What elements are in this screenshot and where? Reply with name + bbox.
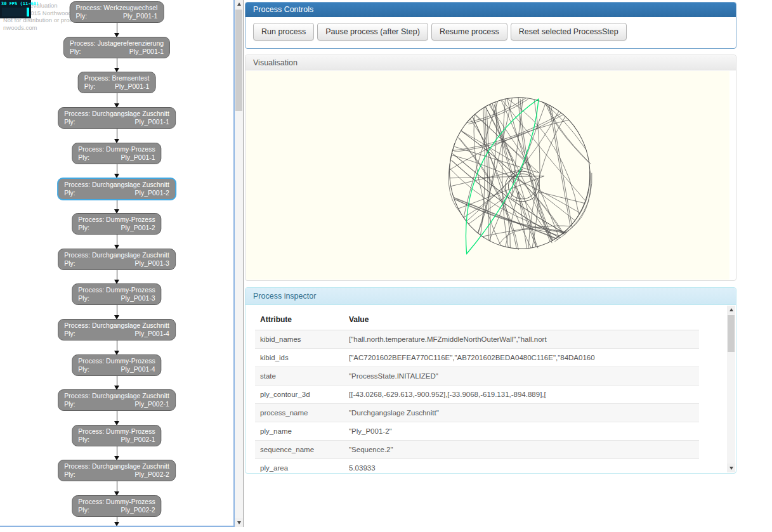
flow-node[interactable]: Process: Durchgangslage ZuschnittPly:Ply… [58, 107, 176, 129]
attribute-cell: ply_name [255, 422, 344, 441]
ply-value: Ply_P001-2 [135, 189, 169, 197]
flow-connector [117, 339, 117, 354]
ply-key: Ply: [70, 48, 81, 56]
fps-meter: 30 FPS (11-60) [0, 0, 31, 18]
wireframe-line [473, 117, 511, 248]
flow-connector [117, 127, 117, 143]
flow-node[interactable]: Process: Durchgangslage ZuschnittPly:Ply… [58, 249, 176, 270]
ply-key: Ply: [64, 400, 75, 408]
attribute-cell: state [255, 367, 344, 386]
reset-processstep-button[interactable]: Reset selected ProcessStep [511, 23, 627, 41]
flow-node-selected[interactable]: Process: Durchgangslage ZuschnittPly:Ply… [57, 178, 176, 200]
ply-key: Ply: [78, 436, 89, 444]
attribute-cell: kibid_ids [255, 349, 344, 367]
scrollbar-thumb[interactable] [235, 10, 242, 111]
resume-process-button[interactable]: Resume process [431, 23, 507, 41]
ply-value: Ply_P002-2 [121, 506, 155, 514]
flow-connector [117, 516, 117, 526]
attribute-cell: ply_contour_3d [255, 386, 344, 404]
value-cell: "ProcessState.INITALIZED" [344, 367, 699, 386]
node-process-label: Process: Bremsentest [84, 74, 150, 82]
attribute-cell: sequence_name [255, 441, 344, 459]
flow-connector [117, 163, 117, 178]
fps-label: 30 FPS (11-60) [0, 0, 31, 6]
node-ply-label: Ply:Ply_P001-1 [70, 48, 164, 56]
node-process-label: Process: Dummy-Prozess [78, 216, 155, 224]
flow-connector [117, 410, 117, 425]
ply-value: Ply_P001-1 [129, 48, 164, 56]
process-flow-diagram[interactable]: GoJS 1.5 evaluation (c) 1998-2015 Northw… [0, 0, 235, 527]
process-inspector-panel: Process inspector AttributeValue kibid_n… [245, 287, 736, 474]
ply-value: Ply_P001-4 [135, 330, 169, 338]
flow-node[interactable]: Process: Dummy-ProzessPly:Ply_P001-2 [72, 213, 161, 235]
diagram-scrollbar[interactable] [235, 0, 244, 527]
flow-node[interactable]: Process: Dummy-ProzessPly:Ply_P001-4 [72, 354, 161, 376]
pause-process-button[interactable]: Pause process (after Step) [317, 23, 428, 41]
flow-node[interactable]: Process: JustagereferenzierungPly:Ply_P0… [63, 37, 170, 58]
ply-value: Ply_P001-3 [135, 259, 169, 268]
disc-outline [442, 91, 598, 256]
scroll-down-button[interactable] [235, 518, 243, 527]
ply-key: Ply: [64, 189, 75, 197]
node-ply-label: Ply:Ply_P002-2 [78, 506, 155, 514]
arrow-up-icon [237, 3, 241, 6]
process-controls-body: Run processPause process (after Step)Res… [245, 17, 736, 46]
table-row[interactable]: ply_name"Ply_P001-2" [255, 422, 699, 441]
arrow-down-icon [729, 467, 733, 470]
wireframe-line [551, 107, 572, 228]
flow-node[interactable]: Process: WerkzeugwechselPly:Ply_P001-1 [70, 1, 164, 23]
flow-node[interactable]: Process: Durchgangslage ZuschnittPly:Ply… [58, 460, 176, 481]
arrow-down-icon [237, 521, 241, 524]
value-cell: ["hall.north.temperature.MFZmiddleNorthO… [344, 330, 699, 349]
ply-wireframe-canvas[interactable] [246, 71, 729, 280]
scrollbar-thumb[interactable] [728, 315, 735, 352]
fps-graph [2, 8, 29, 16]
scroll-down-button[interactable] [727, 464, 735, 472]
wireframe-line [520, 99, 552, 243]
table-row[interactable]: sequence_name"Sequence.2" [255, 441, 699, 459]
wireframe-line [450, 160, 558, 237]
watermark-line: nwoods.com [3, 24, 100, 32]
wireframe-line [501, 100, 559, 237]
table-header-row: AttributeValue [255, 308, 699, 330]
app-window: GoJS 1.5 evaluation (c) 1998-2015 Northw… [0, 0, 772, 532]
inspector-scrollbar[interactable] [727, 306, 735, 472]
node-process-label: Process: Dummy-Prozess [78, 498, 155, 506]
ply-key: Ply: [78, 224, 89, 232]
node-ply-label: Ply:Ply_P001-4 [78, 365, 155, 373]
flow-node[interactable]: Process: Dummy-ProzessPly:Ply_P001-3 [72, 283, 161, 305]
flow-node[interactable]: Process: Durchgangslage ZuschnittPly:Ply… [58, 319, 176, 341]
ply-value: Ply_P001-4 [121, 365, 155, 373]
table-row[interactable]: process_name"Durchgangslage Zuschnitt" [255, 404, 699, 422]
flow-node[interactable]: Process: Dummy-ProzessPly:Ply_P002-1 [72, 425, 161, 446]
node-ply-label: Ply:Ply_P002-2 [64, 470, 169, 479]
scroll-up-button[interactable] [727, 306, 735, 315]
node-ply-label: Ply:Ply_P002-1 [78, 436, 155, 444]
attribute-cell: ply_area [255, 459, 344, 473]
ply-value: Ply_P001-3 [121, 294, 155, 302]
table-row[interactable]: ply_contour_3d[[-43.0268,-629.613,-900.9… [255, 386, 699, 404]
run-process-button[interactable]: Run process [253, 23, 314, 41]
ply-value: Ply_P001-1 [135, 118, 169, 126]
value-cell: ["AC7201602BEFEA770C116E","AB7201602BEDA… [344, 349, 699, 367]
flow-node[interactable]: Process: Durchgangslage ZuschnittPly:Ply… [58, 389, 176, 411]
flow-connector [117, 57, 117, 72]
table-row[interactable]: ply_area5.03933 [255, 459, 699, 473]
flow-node[interactable]: Process: Dummy-ProzessPly:Ply_P001-1 [72, 143, 161, 164]
table-row[interactable]: kibid_ids["AC7201602BEFEA770C116E","AB72… [255, 349, 699, 367]
flow-node[interactable]: Process: Dummy-ProzessPly:Ply_P002-2 [72, 495, 161, 517]
wireframe-line [539, 191, 585, 221]
scroll-up-button[interactable] [235, 0, 243, 9]
node-ply-label: Ply:Ply_P001-1 [64, 118, 169, 126]
flow-connector [117, 92, 117, 107]
column-header: Value [344, 308, 699, 330]
node-ply-label: Ply:Ply_P001-2 [64, 189, 169, 197]
ply-key: Ply: [78, 365, 89, 373]
node-process-label: Process: Durchgangslage Zuschnitt [64, 462, 169, 470]
table-row[interactable]: kibid_names["hall.north.temperature.MFZm… [255, 330, 699, 349]
node-ply-label: Ply:Ply_P001-1 [78, 153, 155, 162]
visualisation-panel: Visualisation [245, 55, 736, 281]
process-controls-panel: Process Controls Run processPause proces… [245, 2, 736, 49]
table-row[interactable]: state"ProcessState.INITALIZED" [255, 367, 699, 386]
flow-node[interactable]: Process: BremsentestPly:Ply_P001-1 [78, 72, 156, 93]
